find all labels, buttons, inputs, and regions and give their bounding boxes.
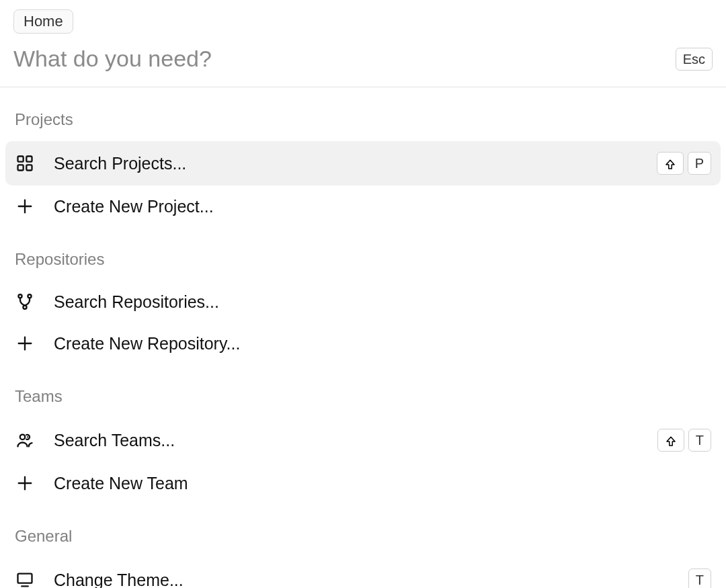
shift-key-icon	[657, 152, 684, 175]
monitor-icon	[15, 570, 35, 588]
item-shortcut: T	[688, 569, 711, 588]
branch-icon	[15, 292, 35, 312]
item-create-team[interactable]: Create New Team	[5, 462, 721, 504]
shortcut-key: T	[688, 569, 711, 588]
group-header-repositories: Repositories	[5, 227, 721, 281]
group-header-projects: Projects	[5, 87, 721, 141]
grid-icon	[15, 153, 35, 173]
svg-point-11	[20, 435, 25, 439]
item-label: Create New Project...	[54, 197, 711, 216]
svg-rect-1	[26, 157, 32, 162]
item-shortcut: T	[657, 429, 711, 452]
item-label: Search Teams...	[54, 431, 639, 450]
plus-icon	[15, 196, 35, 216]
item-label: Create New Repository...	[54, 334, 711, 353]
group-header-general: General	[5, 504, 721, 558]
item-label: Search Projects...	[54, 154, 638, 173]
command-list: Projects Search Projects... P Create New…	[0, 87, 726, 588]
shortcut-key: P	[688, 152, 711, 175]
item-search-repositories[interactable]: Search Repositories...	[5, 281, 721, 323]
shortcut-key: T	[688, 429, 711, 452]
group-header-teams: Teams	[5, 364, 721, 418]
esc-key[interactable]: Esc	[676, 48, 713, 71]
svg-rect-14	[18, 574, 32, 583]
search-input[interactable]	[13, 46, 676, 72]
svg-rect-3	[26, 165, 32, 170]
svg-rect-2	[18, 165, 24, 170]
plus-icon	[15, 333, 35, 353]
item-label: Change Theme...	[54, 571, 670, 589]
item-search-projects[interactable]: Search Projects... P	[5, 141, 721, 185]
svg-rect-0	[18, 157, 24, 162]
plus-icon	[15, 473, 35, 493]
shift-key-icon	[657, 429, 684, 452]
breadcrumb-home[interactable]: Home	[13, 9, 73, 34]
item-create-repository[interactable]: Create New Repository...	[5, 323, 721, 364]
item-label: Create New Team	[54, 474, 711, 493]
item-change-theme[interactable]: Change Theme... T	[5, 558, 721, 588]
search-row: Esc	[0, 34, 726, 87]
item-create-project[interactable]: Create New Project...	[5, 185, 721, 227]
item-search-teams[interactable]: Search Teams... T	[5, 418, 721, 462]
item-shortcut: P	[657, 152, 711, 175]
item-label: Search Repositories...	[54, 292, 711, 312]
users-icon	[15, 430, 35, 450]
